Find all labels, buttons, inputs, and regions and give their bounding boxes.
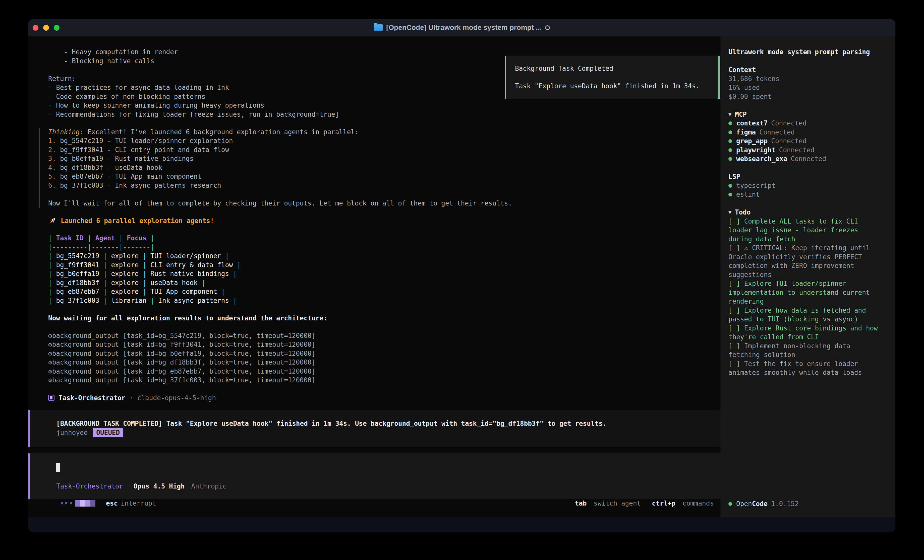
status-dot-icon: [728, 130, 732, 134]
thinking-list-item: 3. bg_b0effa19 - Rust native bindings: [48, 154, 720, 163]
pipe: |: [99, 279, 111, 286]
todo-item: [ ] Implement non-blocking data fetching…: [728, 342, 879, 359]
mcp-server-name: websearch_exa: [736, 154, 788, 163]
pipe: |: [139, 252, 150, 260]
warning-icon: ⚠: [744, 244, 752, 252]
close-button[interactable]: [33, 25, 38, 31]
gear-icon: ⚙: [48, 332, 52, 340]
todo-checkbox: [ ]: [728, 324, 744, 332]
table-cell: Rust native bindings: [150, 270, 229, 277]
todo-item: [ ] Complete ALL tasks to fix CLI loader…: [728, 217, 879, 244]
launch-banner-text: Launched 6 parallel exploration agents!: [61, 217, 214, 225]
tool-call-text: background_output [task_id=bg_df18bb3f, …: [52, 359, 316, 366]
mcp-server-name: grep_app: [736, 137, 768, 146]
pipe: |: [139, 288, 150, 295]
list-number: 2.: [48, 146, 56, 154]
pipe: |: [84, 234, 95, 242]
spinner-segment: [90, 500, 95, 506]
table-cell: explore: [111, 252, 139, 260]
brand-code: Code: [752, 500, 768, 509]
minimize-button[interactable]: [43, 25, 49, 31]
list-number: 5.: [48, 173, 56, 180]
pipe: |: [99, 261, 111, 269]
gear-icon: ⚙: [48, 368, 52, 375]
thinking-label: Thinking:: [48, 128, 84, 136]
mcp-server-status: Connected: [791, 154, 826, 163]
toast-background-task-completed[interactable]: Background Task Completed Task "Explore …: [505, 56, 720, 99]
esc-key-hint: esc: [106, 499, 118, 508]
todo-item: [ ] Explore TUI loader/spinner implement…: [728, 279, 879, 306]
toast-body: Task "Explore useData hook" finished in …: [515, 82, 718, 91]
list-text: bg_37f1c003 - Ink async patterns researc…: [56, 182, 221, 189]
list-text: bg_5547c219 - TUI loader/spinner explora…: [56, 137, 233, 145]
table-cell: TUI loader/spinner: [150, 252, 221, 260]
launch-banner: Launched 6 parallel exploration agents!: [48, 217, 720, 225]
context-stat-line: 16% used: [728, 83, 890, 92]
table-cell: bg_f9ff3041: [56, 261, 99, 269]
zoom-button[interactable]: [54, 25, 60, 31]
text-cursor: [56, 463, 60, 472]
table-cell: useData hook: [150, 279, 198, 286]
todo-checkbox: [ ]: [728, 280, 744, 287]
pipe: |: [198, 279, 206, 286]
pipe: |: [48, 297, 56, 304]
context-heading: Context: [728, 66, 890, 75]
mcp-section-header[interactable]: ▼MCP: [728, 110, 890, 119]
tool-call-text: background_output [task_id=bg_5547c219, …: [52, 332, 316, 340]
todo-section-header[interactable]: ▼Todo: [728, 208, 890, 217]
message-text: [BACKGROUND TASK COMPLETED] Task "Explor…: [56, 419, 720, 428]
background-output-line: ⚙background_output [task_id=bg_f9ff3041,…: [48, 340, 720, 349]
chevron-down-icon: ▼: [728, 208, 731, 217]
pipe: |: [146, 297, 158, 304]
spinner-bar: [75, 500, 95, 506]
input-model-name[interactable]: Opus 4.5 High: [134, 482, 185, 490]
background-task-message: [BACKGROUND TASK COMPLETED] Task "Explor…: [28, 410, 720, 447]
task-table: | Task ID | Agent | Focus ||---------|--…: [48, 234, 720, 305]
mcp-server-item: playwrightConnected: [728, 146, 890, 155]
table-cell: bg_37f1c003: [56, 297, 99, 304]
separator-dot: ·: [129, 394, 134, 402]
table-cell: explore: [111, 288, 139, 295]
table-row: | bg_b0effa19 | explore | Rust native bi…: [48, 270, 720, 279]
background-output-line: ⚙background_output [task_id=bg_5547c219,…: [48, 331, 720, 340]
lsp-server-name: eslint: [736, 190, 760, 199]
prompt-input[interactable]: Task-Orchestrator Opus 4.5 High Anthropi…: [28, 454, 720, 499]
table-cell: explore: [111, 261, 139, 269]
todo-item: [ ] Explore how data is fetched and pass…: [728, 306, 879, 324]
thinking-list-item: 2. bg_f9ff3041 - CLI entry point and dat…: [48, 145, 720, 154]
thinking-intro-line: Thinking: Excellent! I've launched 6 bac…: [48, 128, 720, 137]
input-agent-row[interactable]: Task-Orchestrator Opus 4.5 High Anthropi…: [56, 482, 720, 490]
table-row: | bg_5547c219 | explore | TUI loader/spi…: [48, 252, 720, 261]
table-row: | bg_df18bb3f | explore | useData hook |: [48, 279, 720, 287]
input-agent-name[interactable]: Task-Orchestrator: [56, 482, 123, 490]
spinner-segment: [80, 500, 86, 506]
table-cell: CLI entry & data flow: [150, 261, 233, 269]
window-title: [OpenCode] Ultrawork mode system prompt …: [386, 24, 542, 31]
pipe: |: [229, 270, 237, 277]
toast-title: Background Task Completed: [515, 64, 718, 73]
list-text: bg_f9ff3041 - CLI entry point and data f…: [56, 146, 229, 154]
thinking-list-item: 6. bg_37f1c003 - Ink async patterns rese…: [48, 181, 720, 190]
list-number: 4.: [48, 164, 56, 171]
mcp-server-name: figma: [736, 128, 756, 137]
status-dot-icon: [728, 139, 732, 143]
tool-call-text: background_output [task_id=bg_b0effa19, …: [52, 350, 316, 357]
sidebar: Ultrawork mode system prompt parsing Con…: [720, 36, 896, 517]
todo-text: Explore how data is fetched and passed t…: [728, 307, 870, 323]
agent-icon: [48, 395, 54, 401]
todo-checkbox: [ ]: [728, 244, 744, 252]
lsp-list: typescripteslint: [728, 181, 890, 199]
status-dot-icon: [728, 157, 732, 161]
thinking-list-item: 5. bg_eb87ebb7 - TUI App main component: [48, 172, 720, 181]
table-cell: bg_5547c219: [56, 252, 99, 260]
todo-checkbox: [ ]: [728, 217, 744, 225]
table-cell: Agent: [95, 234, 115, 242]
ctrlp-key-label: commands: [682, 500, 714, 507]
todo-text: Explore TUI loader/spinner implementatio…: [728, 280, 874, 305]
pipe: |: [233, 261, 241, 269]
gear-icon: ⚙: [48, 341, 52, 348]
terminal-pane[interactable]: - Heavy computation in render - Blocking…: [28, 36, 720, 517]
list-number: 3.: [48, 155, 56, 162]
lsp-server-item: typescript: [728, 181, 890, 190]
table-cell: TUI App component: [150, 288, 217, 295]
